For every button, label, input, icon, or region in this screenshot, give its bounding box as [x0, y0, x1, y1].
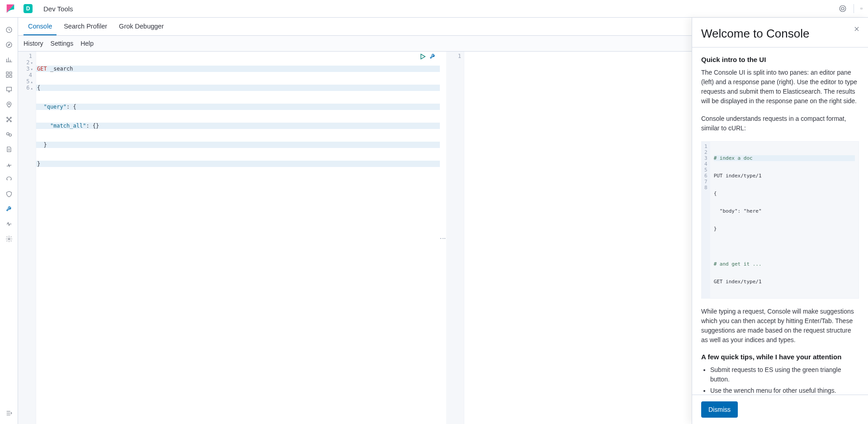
nav-logs-icon[interactable] — [0, 142, 18, 157]
tab-grok-debugger[interactable]: Grok Debugger — [114, 18, 168, 35]
close-icon[interactable] — [853, 25, 861, 33]
left-nav — [0, 18, 18, 424]
editor-code[interactable]: GET _search { "query": { "match_all": {}… — [36, 52, 440, 424]
tab-console[interactable]: Console — [24, 18, 57, 35]
wrench-icon[interactable] — [429, 53, 436, 60]
toolbar-history[interactable]: History — [24, 40, 43, 47]
toolbar-settings[interactable]: Settings — [51, 40, 74, 47]
flyout-paragraph: While typing a request, Console will mak… — [701, 307, 859, 345]
nav-canvas-icon[interactable] — [0, 82, 18, 97]
svg-point-17 — [9, 133, 11, 136]
flyout-code-block: 1 2 3 4 5 6 7 8 # index a doc PUT index/… — [701, 141, 859, 299]
svg-point-13 — [6, 120, 8, 122]
nav-collapse-icon[interactable] — [0, 405, 18, 420]
svg-point-15 — [8, 119, 9, 120]
nav-discover-icon[interactable] — [0, 37, 18, 52]
svg-point-12 — [10, 117, 11, 118]
nav-maps-icon[interactable] — [0, 97, 18, 112]
flyout-paragraph: The Console UI is split into two panes: … — [701, 68, 859, 106]
svg-point-0 — [840, 5, 846, 12]
dismiss-button[interactable]: Dismiss — [701, 401, 738, 418]
welcome-flyout: Welcome to Console Quick intro to the UI… — [692, 18, 868, 424]
nav-ml-icon[interactable] — [0, 112, 18, 127]
flyout-tips-list: Submit requests to ES using the green tr… — [701, 365, 859, 395]
mail-icon[interactable] — [854, 4, 863, 13]
nav-dashboard-icon[interactable] — [0, 67, 18, 82]
flyout-title: Welcome to Console — [701, 27, 859, 41]
editor-pane[interactable]: 1 2▾ 3▾ 4 5▴ 6▴ GET _search { "query": {… — [18, 52, 440, 424]
editor-gutter: 1 2▾ 3▾ 4 5▴ 6▴ — [18, 52, 36, 424]
list-item: Use the wrench menu for other useful thi… — [710, 386, 859, 395]
flyout-paragraph: Console understands requests in a compac… — [701, 114, 859, 133]
tab-search-profiler[interactable]: Search Profiler — [59, 18, 112, 35]
svg-rect-2 — [861, 8, 863, 10]
toolbar-help[interactable]: Help — [80, 40, 94, 47]
svg-point-14 — [10, 120, 11, 122]
svg-point-4 — [6, 42, 12, 48]
list-item: Submit requests to ES using the green tr… — [710, 365, 859, 384]
nav-management-icon[interactable] — [0, 231, 18, 246]
app-title: Dev Tools — [43, 5, 73, 13]
svg-point-11 — [6, 117, 8, 118]
svg-point-10 — [8, 103, 9, 105]
svg-rect-5 — [6, 72, 9, 74]
nav-apm-icon[interactable] — [0, 157, 18, 172]
flyout-body: Quick intro to the UI The Console UI is … — [692, 48, 868, 395]
flyout-footer: Dismiss — [692, 395, 868, 424]
svg-point-18 — [8, 238, 10, 240]
nav-monitoring-icon[interactable] — [0, 216, 18, 231]
space-badge[interactable]: D — [24, 4, 33, 13]
svg-rect-9 — [6, 87, 11, 91]
kibana-logo[interactable] — [5, 4, 15, 14]
response-gutter: 1 — [446, 52, 464, 424]
flyout-section-heading: A few quick tips, while I have your atte… — [701, 353, 859, 361]
flyout-header: Welcome to Console — [692, 18, 868, 48]
nav-siem-icon[interactable] — [0, 186, 18, 201]
pane-splitter[interactable]: ⋮ — [440, 52, 446, 424]
editor-actions — [419, 53, 436, 60]
play-icon[interactable] — [419, 53, 426, 60]
svg-rect-6 — [9, 72, 12, 74]
svg-rect-7 — [6, 75, 9, 77]
nav-recent-icon[interactable] — [0, 22, 18, 37]
svg-point-16 — [6, 133, 9, 135]
svg-rect-8 — [9, 75, 12, 77]
nav-uptime-icon[interactable] — [0, 172, 18, 186]
newsfeed-icon[interactable] — [838, 4, 847, 13]
top-header: D Dev Tools — [0, 0, 868, 18]
flyout-section-heading: Quick intro to the UI — [701, 56, 859, 63]
nav-visualize-icon[interactable] — [0, 52, 18, 67]
svg-point-1 — [841, 7, 844, 10]
nav-metrics-icon[interactable] — [0, 127, 18, 142]
nav-devtools-icon[interactable] — [0, 201, 18, 216]
